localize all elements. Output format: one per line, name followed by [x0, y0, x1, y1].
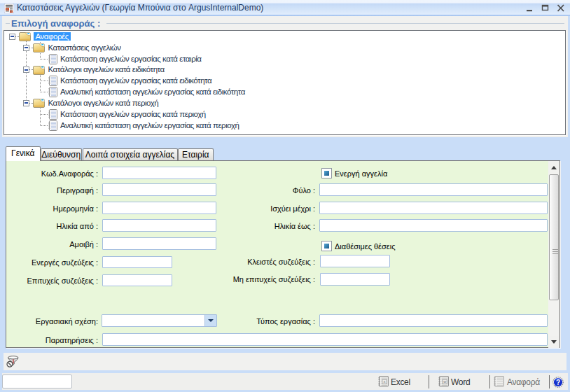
svg-text:x: x	[384, 379, 386, 384]
svg-text:w: w	[443, 379, 446, 384]
svg-text:?: ?	[556, 379, 560, 386]
